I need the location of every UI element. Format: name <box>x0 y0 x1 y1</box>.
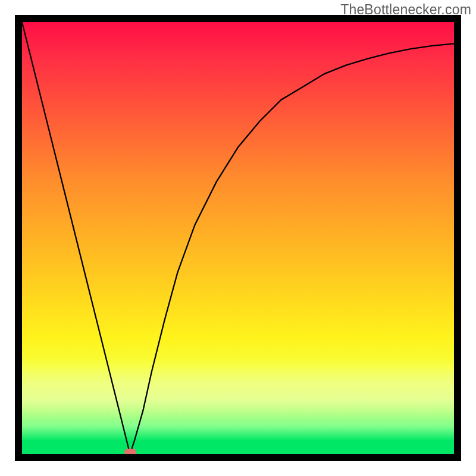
plot-panel <box>22 22 454 454</box>
watermark-text: TheBottlenecker.com <box>340 2 471 18</box>
chart-frame <box>15 15 461 461</box>
optimum-marker <box>124 449 136 454</box>
chart-container: TheBottlenecker.com <box>0 0 476 476</box>
curve-path <box>22 22 454 454</box>
bottleneck-curve <box>22 22 454 454</box>
